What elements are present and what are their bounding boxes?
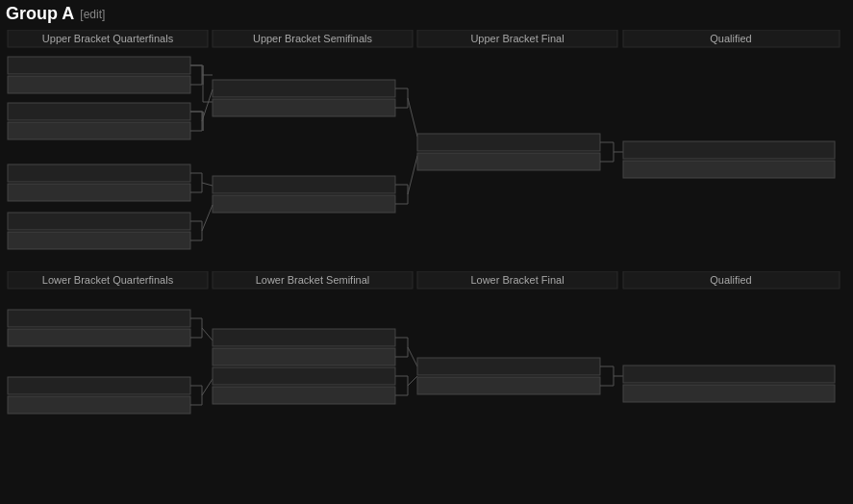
upper-bracket: Upper Bracket Quarterfinals Upper Bracke…	[6, 30, 847, 267]
lbq-m2-s2	[8, 396, 190, 414]
ub-qf-header: Upper Bracket Quarterfinals	[42, 33, 174, 44]
svg-line-50	[408, 347, 417, 366]
ubq-m2-s2	[8, 122, 190, 139]
group-header: Group A [edit]	[6, 4, 847, 24]
svg-line-18	[202, 183, 213, 186]
ub-qual-s1	[623, 141, 835, 159]
lbsf-m1-s1	[213, 329, 395, 346]
ub-final-header: Upper Bracket Final	[470, 33, 564, 44]
svg-line-22	[202, 205, 213, 231]
svg-line-26	[408, 98, 417, 137]
ubsf-m2-s2	[213, 195, 395, 213]
ub-sf-header: Upper Bracket Semifinals	[253, 33, 373, 44]
lb-final-header: Lower Bracket Final	[470, 274, 564, 286]
upper-bracket-svg: Upper Bracket Quarterfinals Upper Bracke…	[6, 30, 847, 265]
page-container: Group A [edit] Upper Bracket Quarterfina…	[0, 0, 853, 479]
svg-line-54	[408, 376, 417, 386]
lb-qualified-header: Qualified	[710, 274, 751, 286]
svg-line-14	[202, 89, 213, 121]
ubq-m4-s2	[8, 232, 190, 249]
ubq-m2-s1	[8, 103, 190, 120]
lbq-m1-s2	[8, 329, 190, 346]
edit-link[interactable]: [edit]	[80, 8, 105, 21]
svg-line-42	[202, 328, 213, 340]
ub-qual-s2	[623, 161, 835, 178]
svg-line-30	[408, 156, 417, 194]
ubsf-m1-s2	[213, 99, 395, 116]
lbf-s2	[417, 377, 600, 394]
lbf-s1	[417, 358, 600, 375]
lower-bracket-svg: Lower Bracket Quarterfinals Lower Bracke…	[6, 271, 847, 473]
ubq-m1-s2	[8, 76, 190, 93]
lbq-m2-s1	[8, 377, 190, 394]
lbsf-m2-s2	[213, 387, 395, 404]
lb-sf-header: Lower Bracket Semifinal	[256, 274, 370, 286]
ubq-m1-s1	[8, 57, 190, 74]
ubf-s1	[417, 134, 600, 151]
lbsf-m1-s2	[213, 348, 395, 365]
ub-qualified-header: Qualified	[710, 33, 751, 44]
ubq-m3-s1	[8, 164, 190, 182]
group-title: Group A	[6, 4, 74, 24]
lb-qual-s1	[623, 365, 835, 383]
lb-qual-s2	[623, 385, 835, 402]
ubq-m3-s2	[8, 184, 190, 201]
lbsf-m2-s1	[213, 367, 395, 385]
lb-qf-header: Lower Bracket Quarterfinals	[42, 274, 174, 286]
lbq-m1-s1	[8, 310, 190, 327]
svg-line-46	[202, 379, 213, 395]
ubq-m4-s1	[8, 213, 190, 230]
lower-bracket: Lower Bracket Quarterfinals Lower Bracke…	[6, 271, 847, 475]
ubsf-m1-s1	[213, 80, 395, 97]
ubf-s2	[417, 153, 600, 170]
ubsf-m2-s1	[213, 176, 395, 193]
